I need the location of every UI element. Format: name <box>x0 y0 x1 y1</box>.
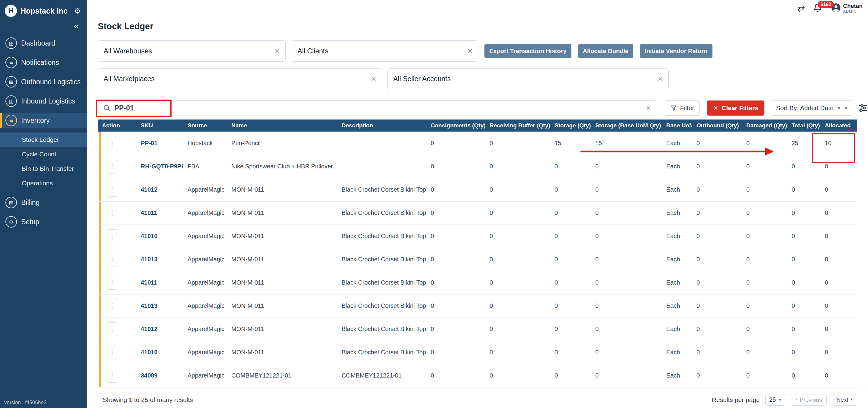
sku-link[interactable]: 34089 <box>141 372 158 379</box>
warehouses-filter[interactable]: All Warehouses × <box>98 40 286 62</box>
version-label: version : f4506be2 <box>4 400 46 406</box>
sku-cell: 41010 <box>136 341 183 364</box>
filter-button[interactable]: Filter <box>665 101 700 115</box>
sku-link[interactable]: 41011 <box>141 279 157 286</box>
stock-ledger-screen: H Hopstack Inc ⚙ « ▦ Dashboard ≡ Notific… <box>0 0 868 408</box>
export-transaction-history-button[interactable]: Export Transaction History <box>485 44 571 58</box>
name-cell: COMBMEY121221-01 <box>227 364 337 387</box>
row-actions-button[interactable]: ⋮ <box>107 276 117 290</box>
row-actions-button[interactable]: ⋮ <box>107 322 117 336</box>
storage-qty-cell: 0 <box>550 341 591 364</box>
sort-dropdown[interactable]: Sort By: Added Date ▾ ▾ <box>771 101 852 115</box>
row-actions-button[interactable]: ⋮ <box>107 229 117 243</box>
sidebar-subitem-label: Stock Ledger <box>22 136 59 143</box>
source-cell: ApparelMagic <box>183 271 227 294</box>
previous-page-button[interactable]: ‹ Previous <box>791 394 826 406</box>
sidebar-item-stock-ledger[interactable]: Stock Ledger <box>0 133 87 147</box>
row-actions-button[interactable]: ⋮ <box>107 345 117 360</box>
sku-link[interactable]: 41012 <box>141 326 158 332</box>
inventory-icon: ≡ <box>5 115 17 126</box>
row-actions-button[interactable]: ⋮ <box>107 136 117 150</box>
col-header-consignments: Consignments (Qty) <box>427 120 485 132</box>
sku-link[interactable]: 41010 <box>141 233 158 239</box>
sku-link[interactable]: PP-01 <box>141 140 158 146</box>
chevron-down-icon[interactable]: ▾ <box>838 106 840 111</box>
description-cell: Black Crochet Corset Bikini Top <box>337 341 427 364</box>
receiving-buffer-qty-cell: 0 <box>485 271 550 294</box>
per-page-select[interactable]: 25 ▾ <box>765 394 785 406</box>
chevron-down-icon[interactable]: ▾ <box>844 106 847 111</box>
sidebar-item-inventory[interactable]: ≡ Inventory <box>0 113 87 128</box>
clear-search-icon[interactable]: × <box>646 103 651 112</box>
row-actions-button[interactable]: ⋮ <box>107 160 117 173</box>
storage-base-uom-qty-cell: 0 <box>591 364 662 387</box>
search-input[interactable] <box>115 104 637 112</box>
row-actions-button[interactable]: ⋮ <box>107 183 117 197</box>
consignments-qty-cell: 0 <box>427 341 485 364</box>
user-menu[interactable]: Chetan ADMIN <box>831 3 863 14</box>
initiate-vendor-return-button[interactable]: Initiate Vendor Return <box>640 44 712 58</box>
source-cell: ApparelMagic <box>183 294 227 317</box>
sku-link[interactable]: 41013 <box>141 302 158 309</box>
description-cell: Black Crochet Corset Bikini Top <box>337 201 427 225</box>
sort-label: Sort By: Added Date <box>776 104 834 112</box>
sidebar-item-notifications[interactable]: ≡ Notifications <box>0 55 87 70</box>
sku-link[interactable]: 41012 <box>141 186 158 193</box>
action-cell: ⋮ <box>98 341 136 364</box>
clear-filters-button[interactable]: × Clear Filters <box>707 101 764 115</box>
row-actions-button[interactable]: ⋮ <box>107 369 117 383</box>
sidebar-item-bin-to-bin-transfer[interactable]: Bin to Bin Transfer <box>0 162 87 176</box>
damaged-qty-cell: 0 <box>742 248 787 271</box>
next-page-button[interactable]: Next › <box>832 394 857 406</box>
sidebar-header: H Hopstack Inc ⚙ <box>0 0 87 19</box>
sidebar-subitem-label: Bin to Bin Transfer <box>22 165 74 172</box>
row-actions-button[interactable]: ⋮ <box>107 252 117 267</box>
clear-seller-accounts-icon[interactable]: × <box>657 74 663 83</box>
base-uom-cell: Each <box>662 155 692 178</box>
sidebar-item-label: Billing <box>21 199 39 207</box>
sidebar-item-cycle-count[interactable]: Cycle Count <box>0 147 87 162</box>
sidebar-item-billing[interactable]: ▤ Billing <box>0 195 87 210</box>
clear-clients-icon[interactable]: × <box>467 46 473 56</box>
clear-warehouses-icon[interactable]: × <box>275 46 280 56</box>
table-row: ⋮ 41012 ApparelMagic MON-M-011 Black Cro… <box>98 317 857 341</box>
advanced-filters-button[interactable] <box>858 103 868 113</box>
row-actions-button[interactable]: ⋮ <box>107 206 117 220</box>
row-actions-button[interactable]: ⋮ <box>107 299 117 313</box>
col-header-receiving-buffer: Receiving Buffer (Qty) <box>485 120 550 132</box>
marketplaces-filter[interactable]: All Marketplaces × <box>98 68 382 89</box>
table-row: ⋮ 41013 ApparelMagic MON-M-011 Black Cro… <box>98 294 857 317</box>
consignments-qty-cell: 0 <box>427 178 485 201</box>
action-cell: ⋮ <box>98 364 136 387</box>
allocated-cell: 0 <box>820 341 857 364</box>
filter-row-2: All Marketplaces × All Seller Accounts × <box>98 68 868 89</box>
source-cell: ApparelMagic <box>183 317 227 341</box>
name-cell: MON-M-011 <box>227 248 337 271</box>
hopstack-logo: H <box>5 5 17 17</box>
storage-base-uom-qty-cell: 0 <box>591 248 662 271</box>
base-uom-cell: Each <box>662 271 692 294</box>
sku-link[interactable]: 41011 <box>141 209 157 216</box>
source-cell: ApparelMagic <box>183 178 227 201</box>
sku-link[interactable]: RH-GQT8-P9PP <box>141 163 183 170</box>
clients-filter[interactable]: All Clients × <box>292 40 478 62</box>
allocate-bundle-button[interactable]: Allocate Bundle <box>578 44 633 58</box>
sku-link[interactable]: 41010 <box>141 349 158 355</box>
sidebar-item-outbound-logistics[interactable]: ▤ Outbound Logistics <box>0 74 87 89</box>
gear-icon[interactable]: ⚙ <box>74 6 81 15</box>
seller-accounts-filter[interactable]: All Seller Accounts × <box>388 68 669 89</box>
clear-marketplaces-icon[interactable]: × <box>371 74 376 83</box>
damaged-qty-cell: 0 <box>742 341 787 364</box>
collapse-sidebar-icon[interactable]: « <box>74 21 79 31</box>
sidebar-item-setup[interactable]: ⚙ Setup <box>0 214 87 229</box>
transfer-arrows-icon[interactable]: ⇄ <box>797 4 805 13</box>
sidebar-item-inbound-logistics[interactable]: ▥ Inbound Logistics <box>0 94 87 108</box>
search-row: × Filter × Clear Filters Sort By: Added … <box>98 100 868 116</box>
sidebar-item-operations[interactable]: Operations <box>0 176 87 191</box>
sku-link[interactable]: 41013 <box>141 256 158 263</box>
storage-base-uom-qty-cell: 0 <box>591 178 662 201</box>
notifications-bell-button[interactable]: 6162 <box>813 3 823 13</box>
action-cell: ⋮ <box>98 178 136 201</box>
sidebar-item-dashboard[interactable]: ▦ Dashboard <box>0 36 87 50</box>
receiving-buffer-qty-cell: 0 <box>485 294 550 317</box>
